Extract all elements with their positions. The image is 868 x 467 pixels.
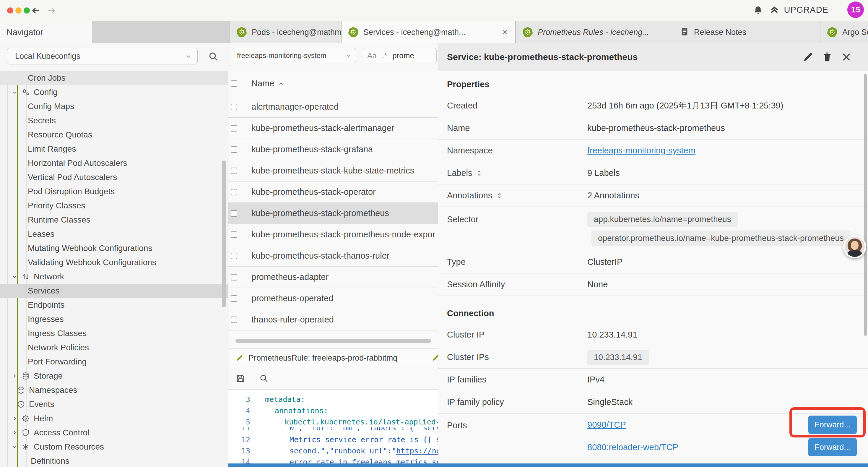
sidebar-item-helm[interactable]: Helm [0,411,228,426]
sidebar-item-cron-jobs[interactable]: Cron Jobs [0,71,228,85]
back-icon[interactable] [31,5,41,16]
port-link[interactable]: 9090/TCP [587,420,626,430]
table-row[interactable]: kube-prometheus-stack-kube-state-metrics [228,160,438,181]
sidebar-item-secrets[interactable]: Secrets [0,114,228,128]
selector-chip[interactable]: app.kubernetes.io/name=prometheus [587,212,738,227]
column-header-name[interactable]: Name [251,79,274,88]
expand-collapse-icon[interactable] [496,192,503,199]
avatar[interactable] [843,235,866,258]
sidebar-item-resource-quotas[interactable]: Resource Quotas [0,128,228,142]
sidebar-item-namespaces[interactable]: Namespaces [0,383,228,397]
sidebar-item-vertical-pod-autoscalers[interactable]: Vertical Pod Autoscalers [0,170,228,184]
table-row[interactable]: prometheus-adapter [228,267,438,288]
notification-count-badge[interactable]: 15 [847,1,864,18]
sidebar-item-horizontal-pod-autoscalers[interactable]: Horizontal Pod Autoscalers [0,156,228,170]
namespace-link[interactable]: freeleaps-monitoring-system [587,146,695,155]
tab-prometheus-rules[interactable]: Prometheus Rules - icecheng... [516,21,673,43]
editor-tab-prometheusrule[interactable]: PrometheusRule: freeleaps-prod-rabbitmq [228,348,429,368]
upgrade-button[interactable]: UPGRADE [769,4,829,16]
sidebar-item-ingresses[interactable]: Ingresses [0,312,228,326]
row-checkbox[interactable] [231,104,237,110]
maximize-window-button[interactable] [24,7,30,13]
sidebar-item-definitions[interactable]: Definitions [0,454,228,467]
sidebar-item-priority-classes[interactable]: Priority Classes [0,199,228,213]
detail-scrollbar[interactable] [864,74,867,336]
table-row-selected[interactable]: kube-prometheus-stack-prometheus [228,203,438,224]
close-window-button[interactable] [7,7,13,13]
table-row[interactable]: kube-prometheus-stack-operator [228,181,438,203]
tab-argo[interactable]: Argo Se [820,21,868,43]
minimize-window-button[interactable] [16,7,22,13]
chevron-down-icon[interactable] [11,89,18,95]
editor-tab-partial[interactable] [429,348,438,368]
port-link[interactable]: 8080:reloader-web/TCP [587,442,678,452]
chevron-down-icon[interactable] [11,444,18,450]
sidebar-item-services[interactable]: Services [0,284,228,298]
sidebar-item-network-policies[interactable]: Network Policies [0,341,228,355]
chevron-right-icon[interactable] [11,373,18,379]
sidebar-scrollbar[interactable] [222,160,226,308]
yaml-editor[interactable]: 3metadata: 4annotations: 5kubectl.kubern… [228,389,438,467]
sidebar-item-network[interactable]: Network [0,269,228,284]
sidebar-item-endpoints[interactable]: Endpoints [0,298,228,312]
row-checkbox[interactable] [231,146,237,153]
match-case-icon[interactable]: Aa [367,51,377,60]
tab-pods[interactable]: Pods - icecheng@mathmas... [229,21,341,43]
namespace-select[interactable]: freeleaps-monitoring-system [232,48,356,63]
editor-search-icon[interactable] [259,373,269,383]
row-checkbox[interactable] [231,274,237,281]
table-row[interactable]: kube-prometheus-stack-prometheus-node-ex… [228,224,438,245]
chevron-down-icon[interactable] [11,273,18,280]
sidebar-item-runtime-classes[interactable]: Runtime Classes [0,213,228,227]
row-checkbox[interactable] [231,125,237,132]
trash-icon[interactable] [821,51,833,63]
sidebar-item-leases[interactable]: Leases [0,227,228,241]
sidebar-search-icon[interactable] [208,51,219,62]
tab-services[interactable]: Services - icecheng@math... [341,21,516,43]
sidebar-item-custom-resources[interactable]: Custom Resources [0,440,228,454]
expand-collapse-icon[interactable] [476,170,483,177]
sidebar-item-mutating-webhook-configurations[interactable]: Mutating Webhook Configurations [0,241,228,255]
chevron-right-icon[interactable] [11,430,18,436]
search-input[interactable]: Aa .* prome [363,48,437,63]
sidebar-item-config-maps[interactable]: Config Maps [0,99,228,114]
forward-button[interactable]: Forward... [808,438,857,456]
table-row[interactable]: alertmanager-operated [228,96,438,118]
kubeconfig-select[interactable]: Local Kubeconfigs [7,48,198,64]
table-row[interactable]: kube-prometheus-stack-grafana [228,139,438,160]
sidebar-item-port-forwarding[interactable]: Port Forwarding [0,355,228,369]
row-checkbox[interactable] [231,295,237,302]
sidebar-item-ingress-classes[interactable]: Ingress Classes [0,326,228,341]
sidebar-item-storage[interactable]: Storage [0,369,228,383]
row-checkbox[interactable] [231,189,237,195]
code-url-link[interactable]: https://net [396,447,438,455]
sidebar-item-config[interactable]: Config [0,85,228,99]
sidebar-item-pod-disruption-budgets[interactable]: Pod Disruption Budgets [0,184,228,199]
sidebar-item-events[interactable]: Events [0,397,228,411]
close-tab-icon[interactable] [501,28,509,36]
row-checkbox[interactable] [231,210,237,217]
table-row[interactable]: thanos-ruler-operated [228,309,438,330]
row-checkbox[interactable] [231,253,237,259]
row-checkbox[interactable] [231,317,237,323]
save-icon[interactable] [236,373,246,383]
horizontal-scrollbar[interactable] [236,339,431,343]
sidebar-item-limit-ranges[interactable]: Limit Ranges [0,142,228,156]
regex-icon[interactable]: .* [382,51,387,60]
selector-chip[interactable]: operator.prometheus.io/name=kube-prometh… [591,231,850,246]
sidebar-item-validating-webhook-configurations[interactable]: Validating Webhook Configurations [0,255,228,269]
table-row[interactable]: prometheus-operated [228,288,438,309]
notifications-bell-icon[interactable] [752,5,764,17]
close-panel-icon[interactable] [840,51,852,63]
chevron-right-icon[interactable] [11,415,18,422]
row-checkbox[interactable] [231,231,237,238]
row-checkbox[interactable] [231,168,237,174]
edit-pencil-icon[interactable] [802,51,814,63]
navigator-panel-tab[interactable]: Navigator [0,21,92,43]
tab-release-notes[interactable]: Release Notes [673,21,820,43]
sidebar-item-access-control[interactable]: Access Control [0,426,228,440]
select-all-checkbox[interactable] [231,80,237,87]
table-row[interactable]: kube-prometheus-stack-thanos-ruler [228,245,438,267]
table-row[interactable]: kube-prometheus-stack-alertmanager [228,118,438,139]
forward-icon[interactable] [46,5,57,16]
